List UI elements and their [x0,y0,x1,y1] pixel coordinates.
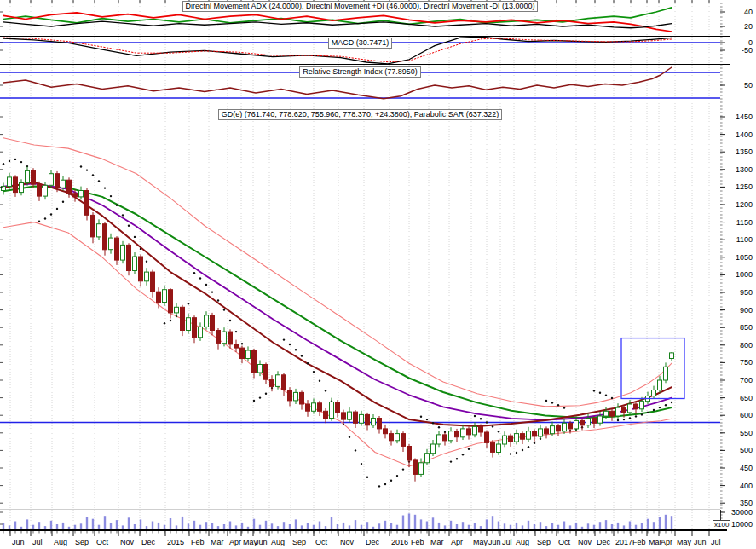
chart-window: 40200-5050145014001350130012501200115011… [0,0,756,549]
svg-text:400: 400 [740,482,753,490]
svg-text:500: 500 [740,446,753,454]
svg-text:Dec: Dec [597,538,611,546]
overlay-MA-short [3,182,672,426]
svg-text:30000: 30000 [731,508,753,517]
volume-bars [3,513,672,530]
svg-text:Aug: Aug [271,538,285,546]
svg-text:Oct: Oct [315,538,328,546]
svg-text:Apr: Apr [451,538,463,546]
svg-text:50: 50 [744,81,753,90]
svg-text:Nov: Nov [120,538,135,546]
svg-text:2015: 2015 [167,538,184,546]
svg-text:1000: 1000 [736,270,753,279]
svg-text:1450: 1450 [736,113,753,121]
x-axis-labels: JunJulAugSepOctNovDec2015FebMarAprMayJun… [12,538,721,546]
svg-text:1050: 1050 [736,253,753,262]
svg-text:-50: -50 [742,46,753,55]
svg-text:550: 550 [740,429,753,437]
svg-text:900: 900 [740,306,753,315]
svg-text:Dec: Dec [141,538,156,546]
dmi-lines [3,8,672,32]
svg-text:2016: 2016 [391,538,408,546]
svg-text:40: 40 [744,8,753,16]
svg-text:Jun: Jun [12,538,25,546]
svg-text:Apr: Apr [661,538,672,546]
svg-text:1100: 1100 [736,235,753,244]
svg-text:650: 650 [740,394,753,402]
svg-text:600: 600 [740,411,753,419]
svg-text:2017: 2017 [615,538,632,546]
svg-text:May: May [473,538,488,546]
svg-text:Jul: Jul [502,538,512,546]
svg-text:Apr: Apr [229,538,241,546]
level-lines [0,43,720,422]
svg-text:Aug: Aug [54,538,67,546]
svg-text:450: 450 [740,464,753,472]
svg-text:Jun: Jun [488,538,501,546]
svg-text:Aug: Aug [516,538,529,546]
month-gridlines [10,1,709,530]
svg-text:1400: 1400 [736,130,753,139]
overlay-MA-long [3,187,672,419]
svg-text:Feb: Feb [632,538,646,546]
svg-text:Sep: Sep [292,538,306,546]
svg-text:10000: 10000 [731,520,753,529]
svg-text:Mar: Mar [430,538,444,546]
svg-text:1250: 1250 [736,182,753,191]
svg-text:Nov: Nov [340,538,355,546]
svg-text:800: 800 [740,341,753,350]
overlay-BB-lower [3,222,672,466]
svg-text:Jun: Jun [694,538,707,546]
svg-text:1300: 1300 [736,165,753,174]
sar-dots [3,159,672,488]
svg-text:700: 700 [740,376,753,384]
candles [2,167,674,482]
svg-text:Dec: Dec [366,538,380,546]
svg-text:20: 20 [744,22,753,31]
svg-text:Jun: Jun [255,538,268,546]
svg-text:Sep: Sep [75,538,89,546]
svg-text:850: 850 [740,323,753,332]
svg-text:Sep: Sep [537,538,551,546]
svg-text:350: 350 [740,499,753,507]
highlight-box [621,338,684,399]
svg-text:Jul: Jul [32,538,43,546]
right-axis-labels: 40200-5050145014001350130012501200115011… [720,8,753,529]
macd-lines [3,37,672,64]
svg-text:1150: 1150 [736,218,753,227]
overlay-BB-upper [3,138,672,407]
volume-multiplier-badge: x100 [713,520,730,529]
svg-text:Feb: Feb [191,538,205,546]
left-axis-ticks [0,12,3,524]
svg-text:Nov: Nov [578,538,592,546]
panel-separators [0,37,730,531]
overlay-MA-mid [3,183,672,419]
svg-text:Jul: Jul [711,538,721,546]
svg-text:750: 750 [740,358,753,367]
svg-text:Mar: Mar [211,538,224,546]
svg-text:1350: 1350 [736,147,753,156]
svg-text:Feb: Feb [411,538,424,546]
chart-canvas: 40200-5050145014001350130012501200115011… [0,0,756,549]
right-axis-ticks [720,3,723,525]
svg-text:1200: 1200 [736,200,753,209]
svg-text:Oct: Oct [96,538,109,546]
svg-text:Oct: Oct [558,538,571,546]
x-axis-ticks [3,0,709,536]
svg-text:May: May [677,538,692,546]
svg-text:950: 950 [740,288,753,297]
